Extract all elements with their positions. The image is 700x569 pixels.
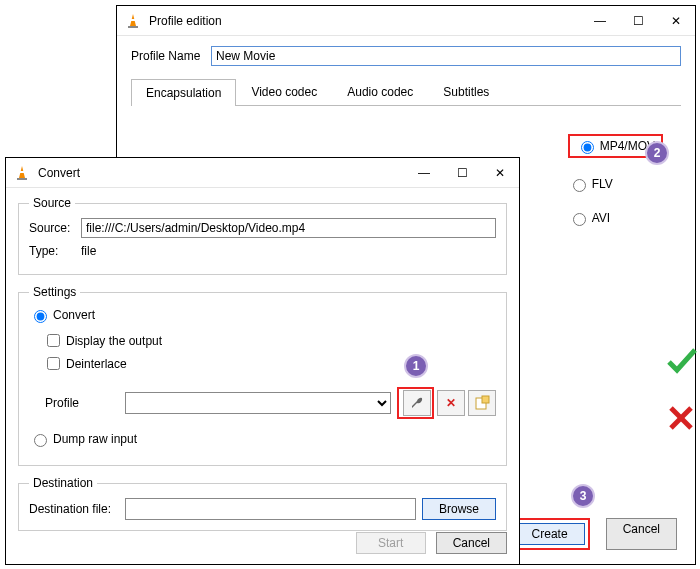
tab-subtitles[interactable]: Subtitles bbox=[428, 78, 504, 105]
svg-rect-1 bbox=[130, 19, 136, 21]
window-controls: — ☐ ✕ bbox=[581, 6, 695, 35]
profile-select[interactable] bbox=[125, 392, 391, 414]
tab-audio-codec[interactable]: Audio codec bbox=[332, 78, 428, 105]
option-flv-row: FLV bbox=[568, 176, 663, 192]
source-label: Source: bbox=[29, 221, 81, 235]
profile-name-input[interactable] bbox=[211, 46, 681, 66]
cross-icon bbox=[665, 404, 699, 432]
feature-streamable: Streamable bbox=[665, 346, 700, 374]
type-value: file bbox=[81, 244, 96, 258]
destination-legend: Destination bbox=[29, 476, 97, 490]
source-input[interactable] bbox=[81, 218, 496, 238]
close-button[interactable]: ✕ bbox=[657, 6, 695, 35]
window-controls: — ☐ ✕ bbox=[405, 158, 519, 187]
profile-label: Profile bbox=[45, 396, 125, 410]
wrench-icon bbox=[409, 395, 425, 411]
profile-buttons: Create Cancel bbox=[510, 518, 677, 550]
svg-rect-6 bbox=[19, 171, 25, 173]
convert-radio[interactable] bbox=[34, 310, 47, 323]
option-avi-radio[interactable] bbox=[573, 213, 586, 226]
titlebar[interactable]: Convert — ☐ ✕ bbox=[6, 158, 519, 188]
tab-video-codec[interactable]: Video codec bbox=[236, 78, 332, 105]
minimize-button[interactable]: — bbox=[405, 158, 443, 187]
delete-profile-button[interactable]: ✕ bbox=[437, 390, 465, 416]
maximize-button[interactable]: ☐ bbox=[619, 6, 657, 35]
tabs: Encapsulation Video codec Audio codec Su… bbox=[131, 78, 681, 106]
destination-file-label: Destination file: bbox=[29, 502, 125, 516]
feature-chapters: Chapters bbox=[665, 404, 700, 432]
window-title: Profile edition bbox=[149, 14, 581, 28]
svg-rect-7 bbox=[17, 178, 27, 180]
option-avi-row: AVI bbox=[568, 210, 663, 226]
vlc-icon bbox=[14, 165, 30, 181]
minimize-button[interactable]: — bbox=[581, 6, 619, 35]
deinterlace-checkbox[interactable] bbox=[47, 357, 60, 370]
dump-raw-radio[interactable] bbox=[34, 434, 47, 447]
option-avi-label: AVI bbox=[592, 211, 610, 225]
display-output-checkbox[interactable] bbox=[47, 334, 60, 347]
new-profile-icon bbox=[474, 395, 490, 411]
option-flv-radio[interactable] bbox=[573, 179, 586, 192]
check-icon bbox=[665, 346, 699, 374]
type-label: Type: bbox=[29, 244, 81, 258]
close-button[interactable]: ✕ bbox=[481, 158, 519, 187]
create-highlight: Create bbox=[510, 518, 590, 550]
option-mp4mov-radio[interactable] bbox=[581, 141, 594, 154]
display-output-label: Display the output bbox=[66, 334, 162, 348]
destination-fieldset: Destination Destination file: Browse bbox=[18, 476, 507, 531]
callout-3: 3 bbox=[571, 484, 595, 508]
create-button[interactable]: Create bbox=[515, 523, 585, 545]
cancel-button[interactable]: Cancel bbox=[606, 518, 677, 550]
destination-file-input[interactable] bbox=[125, 498, 416, 520]
deinterlace-label: Deinterlace bbox=[66, 357, 127, 371]
callout-2: 2 bbox=[645, 141, 669, 165]
vlc-icon bbox=[125, 13, 141, 29]
new-profile-button[interactable] bbox=[468, 390, 496, 416]
profile-name-label: Profile Name bbox=[131, 49, 211, 63]
convert-window: Convert — ☐ ✕ Source Source: Type: file … bbox=[5, 157, 520, 565]
source-fieldset: Source Source: Type: file bbox=[18, 196, 507, 275]
start-button[interactable]: Start bbox=[356, 532, 426, 554]
titlebar[interactable]: Profile edition — ☐ ✕ bbox=[117, 6, 695, 36]
window-title: Convert bbox=[38, 166, 405, 180]
edit-profile-button[interactable] bbox=[403, 390, 431, 416]
source-legend: Source bbox=[29, 196, 75, 210]
settings-fieldset: Settings Convert Display the output Dein… bbox=[18, 285, 507, 466]
dump-raw-label: Dump raw input bbox=[53, 432, 137, 446]
convert-buttons: Start Cancel bbox=[356, 532, 507, 554]
wrench-highlight bbox=[397, 387, 434, 419]
callout-1: 1 bbox=[404, 354, 428, 378]
convert-radio-label: Convert bbox=[53, 308, 95, 322]
cancel-button[interactable]: Cancel bbox=[436, 532, 507, 554]
delete-x-icon: ✕ bbox=[446, 396, 456, 410]
browse-button[interactable]: Browse bbox=[422, 498, 496, 520]
option-flv-label: FLV bbox=[592, 177, 613, 191]
maximize-button[interactable]: ☐ bbox=[443, 158, 481, 187]
tab-encapsulation[interactable]: Encapsulation bbox=[131, 79, 236, 106]
svg-rect-9 bbox=[482, 396, 489, 403]
svg-rect-2 bbox=[128, 26, 138, 28]
settings-legend: Settings bbox=[29, 285, 80, 299]
